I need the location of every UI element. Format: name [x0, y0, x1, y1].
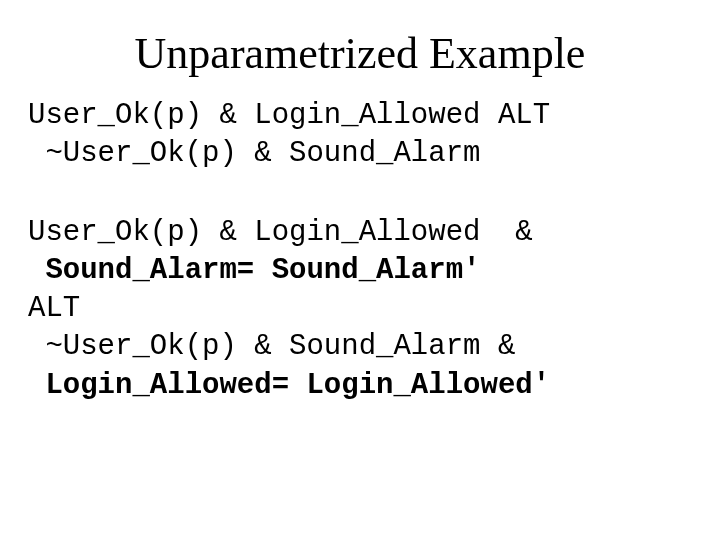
code-line: ~User_Ok(p) & Sound_Alarm & [28, 330, 515, 363]
code-line-bold: Login_Allowed= Login_Allowed' [45, 369, 550, 402]
code-line-bold: Sound_Alarm= Sound_Alarm' [45, 254, 480, 287]
code-line: ~User_Ok(p) & Sound_Alarm [28, 137, 480, 170]
code-block-2: User_Ok(p) & Login_Allowed & Sound_Alarm… [28, 214, 692, 405]
code-line: User_Ok(p) & Login_Allowed & [28, 216, 533, 249]
code-line: ALT [28, 292, 80, 325]
code-line [28, 369, 45, 402]
slide-title: Unparametrized Example [28, 28, 692, 79]
code-block-1: User_Ok(p) & Login_Allowed ALT ~User_Ok(… [28, 97, 692, 174]
code-line: User_Ok(p) & Login_Allowed ALT [28, 99, 550, 132]
slide: Unparametrized Example User_Ok(p) & Logi… [0, 0, 720, 540]
spacer [28, 174, 692, 214]
code-line [28, 254, 45, 287]
